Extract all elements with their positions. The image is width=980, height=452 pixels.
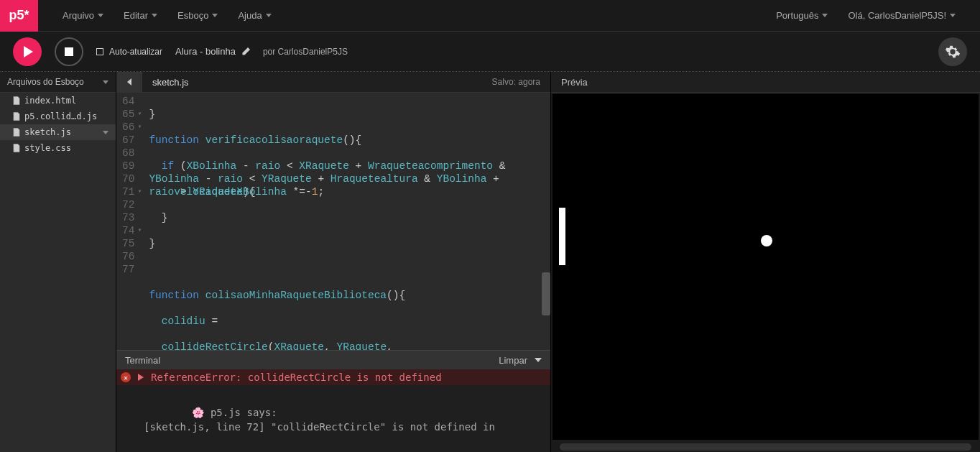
chevron-down-icon	[950, 14, 956, 17]
sidebar: Arquivos do Esboço index.htmlp5.collid…d…	[0, 72, 116, 452]
file-name: sketch.js	[24, 127, 71, 137]
menu-label: Esboço	[177, 10, 208, 21]
file-item[interactable]: index.html	[0, 93, 116, 109]
terminal-title: Terminal	[125, 355, 160, 366]
pencil-icon	[241, 47, 250, 56]
terminal[interactable]: ✕ ReferenceError: collideRectCircle is n…	[116, 369, 550, 452]
file-icon	[13, 144, 20, 152]
error-line: ✕ ReferenceError: collideRectCircle is n…	[116, 369, 550, 385]
file-item[interactable]: style.css	[0, 140, 116, 156]
file-name: style.css	[24, 143, 71, 153]
code-editor[interactable]: 64 65 66 67 68 69 70 71 72 73 74 75 76 7…	[116, 93, 550, 350]
autorefresh-label: Auto-atualizar	[109, 47, 162, 57]
error-expand-icon[interactable]	[138, 374, 144, 381]
file-item[interactable]: p5.collid…d.js	[0, 109, 116, 124]
chevron-down-icon	[152, 14, 157, 17]
menu-arquivo[interactable]: Arquivo	[52, 0, 114, 32]
menu-editar[interactable]: Editar	[114, 0, 167, 32]
collapse-sidebar-button[interactable]	[116, 72, 142, 93]
sidebar-header[interactable]: Arquivos do Esboço	[0, 72, 116, 93]
save-status: Salvo: agora	[492, 77, 550, 87]
file-icon	[13, 96, 20, 105]
settings-button[interactable]	[938, 37, 967, 66]
chevron-down-icon	[103, 131, 108, 134]
fold-column: ▾ ▾ ▾ ▾	[137, 93, 144, 350]
scroll-thumb[interactable]	[542, 272, 550, 315]
terminal-clear-button[interactable]: Limpar	[499, 355, 527, 366]
file-name: p5.collid…d.js	[24, 111, 97, 121]
preview-title: Prévia	[561, 77, 588, 88]
menu-label: Arquivo	[63, 10, 94, 21]
menu-label: Editar	[124, 10, 148, 21]
preview-canvas	[553, 94, 979, 440]
editor-scrollbar[interactable]	[542, 93, 550, 350]
flower-icon: 🌸	[192, 405, 204, 420]
file-icon	[13, 112, 20, 121]
chevron-down-icon	[103, 80, 108, 84]
sketch-name-text: Alura - bolinha	[175, 46, 236, 57]
language-label: Português	[776, 10, 818, 21]
stop-icon	[65, 47, 73, 56]
sketch-author: por CarlosDanielP5JS	[263, 47, 348, 57]
user-menu[interactable]: Olá, CarlosDanielP5JS!	[838, 0, 966, 32]
gear-icon	[945, 44, 961, 60]
menu-label: Ajuda	[238, 10, 262, 21]
autorefresh-toggle[interactable]: Auto-atualizar	[96, 47, 162, 57]
error-icon: ✕	[121, 372, 131, 382]
play-icon	[24, 46, 33, 57]
play-button[interactable]	[13, 37, 42, 66]
paddle	[559, 208, 565, 265]
terminal-message: 🌸 p5.js says: [sketch.js, line 72] "coll…	[144, 391, 543, 448]
code-lines: } function verificacolisaoraquete(){ if …	[144, 93, 550, 350]
language-selector[interactable]: Português	[766, 0, 838, 32]
sketch-name[interactable]: Alura - bolinha	[175, 46, 250, 57]
preview-scrollbar[interactable]	[551, 441, 980, 452]
ball	[761, 235, 772, 246]
error-text: ReferenceError: collideRectCircle is not…	[151, 372, 442, 383]
p5-logo[interactable]: p5*	[0, 0, 38, 32]
sidebar-title: Arquivos do Esboço	[7, 77, 84, 87]
file-item[interactable]: sketch.js	[0, 124, 116, 140]
menu-ajuda[interactable]: Ajuda	[228, 0, 281, 32]
chevron-down-icon[interactable]	[535, 358, 542, 362]
chevron-down-icon	[98, 14, 103, 17]
checkbox-icon	[96, 48, 103, 55]
file-name: index.html	[24, 96, 76, 106]
line-gutter: 64 65 66 67 68 69 70 71 72 73 74 75 76 7…	[116, 93, 137, 350]
editor-tab[interactable]: sketch.js	[142, 77, 199, 88]
chevron-down-icon	[822, 14, 828, 17]
stop-button[interactable]	[55, 37, 83, 66]
user-greeting: Olá, CarlosDanielP5JS!	[848, 10, 946, 21]
chevron-down-icon	[212, 14, 218, 17]
file-icon	[13, 128, 20, 137]
scroll-track[interactable]	[560, 443, 971, 451]
menu-esboco[interactable]: Esboço	[167, 0, 228, 32]
chevron-left-icon	[127, 78, 131, 86]
chevron-down-icon	[266, 14, 272, 17]
